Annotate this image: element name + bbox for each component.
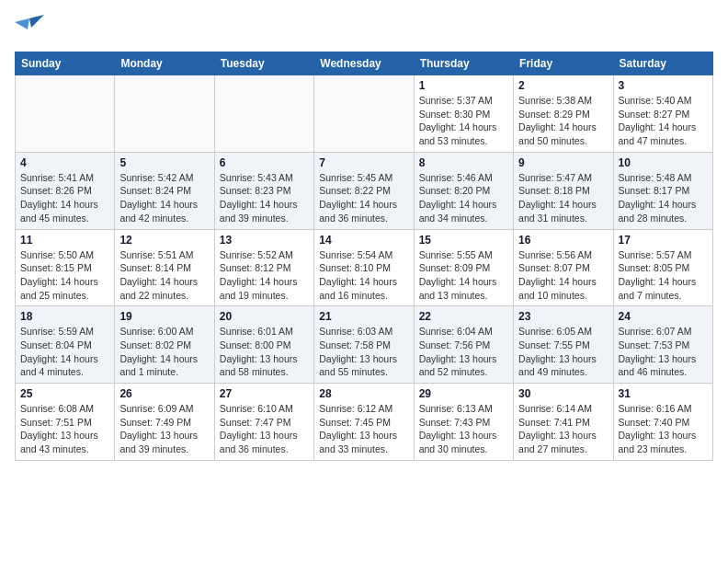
calendar-cell: 11Sunrise: 5:50 AMSunset: 8:15 PMDayligh…	[16, 229, 115, 306]
day-number: 13	[220, 234, 309, 247]
calendar-week-row: 11Sunrise: 5:50 AMSunset: 8:15 PMDayligh…	[16, 229, 713, 306]
day-detail: Sunrise: 5:43 AMSunset: 8:23 PMDaylight:…	[220, 171, 309, 225]
day-number: 9	[518, 156, 608, 169]
day-number: 8	[419, 156, 508, 169]
day-number: 7	[319, 156, 408, 169]
calendar-cell: 23Sunrise: 6:05 AMSunset: 7:55 PMDayligh…	[514, 306, 613, 384]
calendar-cell: 9Sunrise: 5:47 AMSunset: 8:18 PMDaylight…	[514, 152, 613, 229]
day-detail: Sunrise: 5:48 AMSunset: 8:17 PMDaylight:…	[619, 171, 708, 225]
calendar-header-row: SundayMondayTuesdayWednesdayThursdayFrid…	[16, 52, 713, 75]
calendar-cell: 13Sunrise: 5:52 AMSunset: 8:12 PMDayligh…	[214, 229, 313, 306]
calendar-cell: 12Sunrise: 5:51 AMSunset: 8:14 PMDayligh…	[115, 229, 214, 306]
day-number: 21	[319, 310, 408, 323]
day-detail: Sunrise: 5:59 AMSunset: 8:04 PMDaylight:…	[20, 325, 109, 379]
weekday-header-thursday: Thursday	[414, 52, 513, 75]
day-number: 27	[220, 387, 309, 400]
svg-marker-0	[29, 15, 44, 28]
day-number: 1	[419, 79, 508, 92]
calendar-cell	[314, 75, 414, 153]
day-detail: Sunrise: 6:16 AMSunset: 7:40 PMDaylight:…	[619, 402, 708, 456]
day-detail: Sunrise: 6:14 AMSunset: 7:41 PMDaylight:…	[518, 402, 608, 456]
day-number: 15	[419, 234, 508, 247]
day-number: 3	[619, 79, 708, 92]
day-detail: Sunrise: 5:54 AMSunset: 8:10 PMDaylight:…	[319, 248, 408, 303]
weekday-header-tuesday: Tuesday	[214, 52, 313, 75]
weekday-header-monday: Monday	[115, 52, 214, 75]
day-number: 17	[619, 234, 708, 247]
calendar-cell: 21Sunrise: 6:03 AMSunset: 7:58 PMDayligh…	[314, 306, 414, 384]
day-detail: Sunrise: 5:55 AMSunset: 8:09 PMDaylight:…	[419, 248, 508, 303]
calendar-cell: 1Sunrise: 5:37 AMSunset: 8:30 PMDaylight…	[414, 75, 513, 153]
day-detail: Sunrise: 5:51 AMSunset: 8:14 PMDaylight:…	[119, 248, 209, 303]
svg-marker-1	[15, 18, 29, 29]
calendar-table: SundayMondayTuesdayWednesdayThursdayFrid…	[15, 52, 713, 461]
calendar-cell: 16Sunrise: 5:56 AMSunset: 8:07 PMDayligh…	[514, 229, 613, 306]
header	[15, 15, 713, 40]
calendar-week-row: 25Sunrise: 6:08 AMSunset: 7:51 PMDayligh…	[16, 384, 713, 461]
day-detail: Sunrise: 6:03 AMSunset: 7:58 PMDaylight:…	[319, 325, 408, 379]
day-detail: Sunrise: 5:41 AMSunset: 8:26 PMDaylight:…	[20, 171, 109, 225]
day-number: 29	[419, 387, 508, 400]
day-detail: Sunrise: 5:42 AMSunset: 8:24 PMDaylight:…	[119, 171, 209, 225]
day-detail: Sunrise: 5:47 AMSunset: 8:18 PMDaylight:…	[518, 171, 608, 225]
day-number: 31	[619, 387, 708, 400]
calendar-cell: 20Sunrise: 6:01 AMSunset: 8:00 PMDayligh…	[214, 306, 313, 384]
calendar-cell: 24Sunrise: 6:07 AMSunset: 7:53 PMDayligh…	[613, 306, 712, 384]
calendar-cell: 26Sunrise: 6:09 AMSunset: 7:49 PMDayligh…	[115, 384, 214, 461]
day-number: 19	[119, 310, 209, 323]
calendar-cell: 29Sunrise: 6:13 AMSunset: 7:43 PMDayligh…	[414, 384, 513, 461]
day-number: 6	[220, 156, 309, 169]
day-number: 25	[20, 387, 109, 400]
day-detail: Sunrise: 5:45 AMSunset: 8:22 PMDaylight:…	[319, 171, 408, 225]
day-number: 23	[518, 310, 608, 323]
calendar-cell: 31Sunrise: 6:16 AMSunset: 7:40 PMDayligh…	[613, 384, 712, 461]
calendar-cell: 6Sunrise: 5:43 AMSunset: 8:23 PMDaylight…	[214, 152, 313, 229]
day-number: 10	[619, 156, 708, 169]
weekday-header-sunday: Sunday	[16, 52, 115, 75]
calendar-cell: 25Sunrise: 6:08 AMSunset: 7:51 PMDayligh…	[16, 384, 115, 461]
calendar-cell: 30Sunrise: 6:14 AMSunset: 7:41 PMDayligh…	[514, 384, 613, 461]
day-detail: Sunrise: 6:05 AMSunset: 7:55 PMDaylight:…	[518, 325, 608, 379]
day-detail: Sunrise: 5:40 AMSunset: 8:27 PMDaylight:…	[619, 94, 708, 148]
calendar-cell: 19Sunrise: 6:00 AMSunset: 8:02 PMDayligh…	[115, 306, 214, 384]
logo-bird-icon	[15, 15, 44, 40]
day-number: 16	[518, 234, 608, 247]
day-detail: Sunrise: 5:52 AMSunset: 8:12 PMDaylight:…	[220, 248, 309, 303]
day-detail: Sunrise: 5:50 AMSunset: 8:15 PMDaylight:…	[20, 248, 109, 303]
day-detail: Sunrise: 6:13 AMSunset: 7:43 PMDaylight:…	[419, 402, 508, 456]
weekday-header-saturday: Saturday	[613, 52, 712, 75]
day-detail: Sunrise: 5:56 AMSunset: 8:07 PMDaylight:…	[518, 248, 608, 303]
day-number: 26	[119, 387, 209, 400]
day-detail: Sunrise: 6:08 AMSunset: 7:51 PMDaylight:…	[20, 402, 109, 456]
day-number: 12	[119, 234, 209, 247]
calendar-week-row: 1Sunrise: 5:37 AMSunset: 8:30 PMDaylight…	[16, 75, 713, 153]
calendar-cell: 8Sunrise: 5:46 AMSunset: 8:20 PMDaylight…	[414, 152, 513, 229]
calendar-cell: 27Sunrise: 6:10 AMSunset: 7:47 PMDayligh…	[214, 384, 313, 461]
day-number: 4	[20, 156, 109, 169]
day-number: 18	[20, 310, 109, 323]
day-number: 14	[319, 234, 408, 247]
day-number: 11	[20, 234, 109, 247]
calendar-week-row: 18Sunrise: 5:59 AMSunset: 8:04 PMDayligh…	[16, 306, 713, 384]
calendar-cell: 28Sunrise: 6:12 AMSunset: 7:45 PMDayligh…	[314, 384, 414, 461]
day-detail: Sunrise: 5:46 AMSunset: 8:20 PMDaylight:…	[419, 171, 508, 225]
day-detail: Sunrise: 5:57 AMSunset: 8:05 PMDaylight:…	[619, 248, 708, 303]
logo	[15, 15, 48, 40]
calendar-cell: 18Sunrise: 5:59 AMSunset: 8:04 PMDayligh…	[16, 306, 115, 384]
weekday-header-friday: Friday	[514, 52, 613, 75]
calendar-cell: 14Sunrise: 5:54 AMSunset: 8:10 PMDayligh…	[314, 229, 414, 306]
calendar-cell: 7Sunrise: 5:45 AMSunset: 8:22 PMDaylight…	[314, 152, 414, 229]
calendar-cell: 5Sunrise: 5:42 AMSunset: 8:24 PMDaylight…	[115, 152, 214, 229]
day-detail: Sunrise: 6:01 AMSunset: 8:00 PMDaylight:…	[220, 325, 309, 379]
calendar-cell: 3Sunrise: 5:40 AMSunset: 8:27 PMDaylight…	[613, 75, 712, 153]
calendar-cell: 10Sunrise: 5:48 AMSunset: 8:17 PMDayligh…	[613, 152, 712, 229]
day-detail: Sunrise: 5:38 AMSunset: 8:29 PMDaylight:…	[518, 94, 608, 148]
day-detail: Sunrise: 6:04 AMSunset: 7:56 PMDaylight:…	[419, 325, 508, 379]
day-number: 28	[319, 387, 408, 400]
day-number: 24	[619, 310, 708, 323]
calendar-cell: 22Sunrise: 6:04 AMSunset: 7:56 PMDayligh…	[414, 306, 513, 384]
day-detail: Sunrise: 6:09 AMSunset: 7:49 PMDaylight:…	[119, 402, 209, 456]
day-number: 20	[220, 310, 309, 323]
calendar-cell	[115, 75, 214, 153]
day-detail: Sunrise: 6:12 AMSunset: 7:45 PMDaylight:…	[319, 402, 408, 456]
